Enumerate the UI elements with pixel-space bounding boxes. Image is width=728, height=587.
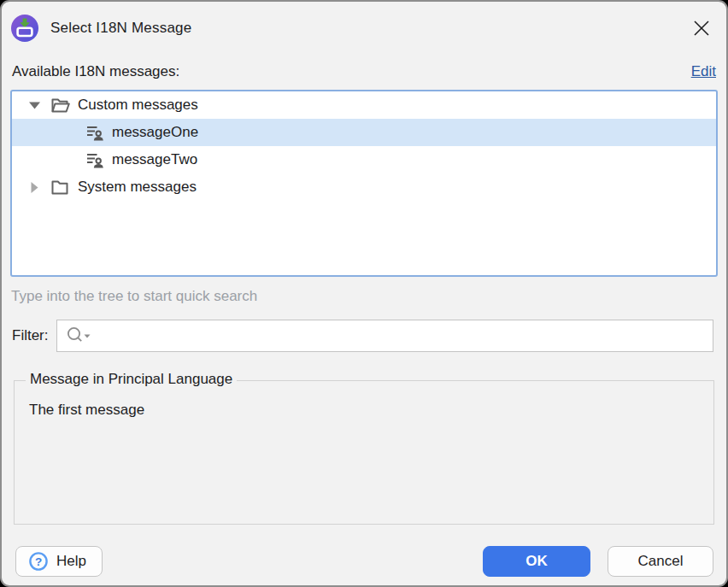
tree-node-label: Custom messages	[78, 97, 198, 114]
dialog-title: Select I18N Message	[50, 20, 191, 37]
tree-node-label: System messages	[78, 179, 197, 196]
close-icon	[692, 19, 711, 38]
svg-text:?: ?	[35, 555, 42, 568]
tree-row-message-one[interactable]: messageOne	[12, 119, 716, 146]
available-messages-row: Available I18N messages: Edit	[12, 62, 716, 80]
tree-row-message-two[interactable]: messageTwo	[12, 146, 716, 173]
edit-link[interactable]: Edit	[691, 63, 716, 80]
folder-open-icon	[50, 95, 70, 115]
help-button-label: Help	[56, 553, 86, 570]
help-button[interactable]: ? Help	[15, 546, 103, 577]
select-i18n-message-dialog: Select I18N Message Available I18N messa…	[0, 0, 728, 587]
filter-label: Filter:	[12, 327, 56, 344]
ok-button[interactable]: OK	[483, 546, 590, 577]
chevron-down-icon[interactable]	[24, 102, 44, 109]
footer-button-bar: ? Help OK Cancel	[15, 546, 713, 577]
cancel-button[interactable]: Cancel	[608, 546, 713, 577]
filter-row: Filter:	[10, 320, 713, 352]
tree-row-custom-messages[interactable]: Custom messages	[12, 91, 716, 119]
close-button[interactable]	[689, 15, 714, 41]
folder-closed-icon	[50, 177, 70, 197]
message-icon	[84, 122, 104, 143]
quick-search-hint: Type into the tree to start quick search	[11, 288, 716, 307]
help-icon: ?	[28, 551, 49, 572]
message-groupbox: Message in Principal Language The first …	[14, 380, 714, 525]
tree-node-label: messageTwo	[112, 151, 197, 168]
groupbox-legend: Message in Principal Language	[26, 371, 237, 388]
title-bar: Select I18N Message	[2, 2, 726, 46]
available-messages-label: Available I18N messages:	[12, 63, 179, 80]
search-with-history-icon[interactable]	[66, 326, 92, 346]
tree-node-label: messageOne	[112, 124, 198, 141]
tree-row-system-messages[interactable]: System messages	[12, 173, 716, 201]
i18n-message-app-icon	[10, 14, 39, 43]
chevron-right-icon[interactable]	[24, 182, 44, 193]
i18n-messages-tree[interactable]: Custom messages messageOne	[10, 90, 718, 277]
message-icon	[84, 150, 104, 170]
filter-input[interactable]	[92, 320, 713, 351]
filter-field[interactable]	[56, 320, 713, 352]
